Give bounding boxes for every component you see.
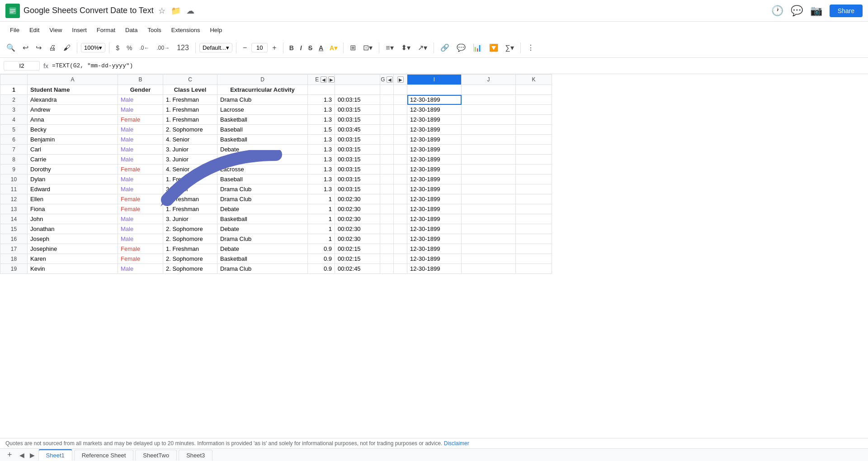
cell-gender-2[interactable]: Male — [118, 95, 163, 105]
cell-g-6[interactable] — [380, 135, 394, 145]
cell-j-4[interactable] — [462, 115, 516, 125]
cell-i-13[interactable]: 12-30-1899 — [407, 204, 462, 214]
cell-k-11[interactable] — [516, 184, 552, 194]
cell-j-16[interactable] — [462, 234, 516, 244]
menu-edit[interactable]: Edit — [25, 25, 44, 35]
cell-j-14[interactable] — [462, 214, 516, 224]
cell-class-2[interactable]: 1. Freshman — [163, 95, 217, 105]
functions-button[interactable]: ∑▾ — [503, 42, 517, 54]
video-icon[interactable]: 📷 — [810, 5, 822, 17]
cell-h-16[interactable] — [394, 234, 407, 244]
cell-h-10[interactable] — [394, 174, 407, 184]
row-num-11[interactable]: 11 — [0, 184, 28, 194]
search-button[interactable]: 🔍 — [4, 42, 18, 54]
cell-f-16[interactable]: 00:02:30 — [335, 234, 380, 244]
cell-e-18[interactable]: 0.9 — [308, 254, 335, 264]
cell-j-9[interactable] — [462, 165, 516, 174]
cell-gender-13[interactable]: Female — [118, 204, 163, 214]
header-student-name[interactable]: Student Name — [28, 85, 118, 95]
cell-h-15[interactable] — [394, 224, 407, 234]
cell-f-10[interactable]: 00:03:15 — [335, 174, 380, 184]
cell-name-13[interactable]: Fiona — [28, 204, 118, 214]
cell-k-13[interactable] — [516, 204, 552, 214]
cell-activity-12[interactable]: Drama Club — [217, 194, 308, 204]
cell-i-11[interactable]: 12-30-1899 — [407, 184, 462, 194]
menu-data[interactable]: Data — [121, 25, 142, 35]
cell-h-2[interactable] — [394, 95, 407, 105]
col-header-d[interactable]: D — [217, 75, 308, 85]
cell-i-9[interactable]: 12-30-1899 — [407, 165, 462, 174]
row-num-5[interactable]: 5 — [0, 125, 28, 135]
row-num-2[interactable]: 2 — [0, 95, 28, 105]
increase-font-button[interactable]: + — [269, 42, 279, 54]
cell-e-17[interactable]: 0.9 — [308, 244, 335, 254]
cell-name-15[interactable]: Jonathan — [28, 224, 118, 234]
cell-f-18[interactable]: 00:02:15 — [335, 254, 380, 264]
col-header-j[interactable]: J — [462, 75, 516, 85]
cell-name-6[interactable]: Benjamin — [28, 135, 118, 145]
col-header-b[interactable]: B — [118, 75, 163, 85]
undo-button[interactable]: ↩ — [20, 42, 31, 54]
increase-decimal-button[interactable]: .00→ — [154, 43, 173, 53]
cell-gender-6[interactable]: Male — [118, 135, 163, 145]
star-icon[interactable]: ☆ — [158, 6, 165, 16]
row-num-14[interactable]: 14 — [0, 214, 28, 224]
cell-class-10[interactable]: 1. Freshman — [163, 174, 217, 184]
comment-icon[interactable]: 💬 — [791, 5, 803, 17]
header-class-level[interactable]: Class Level — [163, 85, 217, 95]
cell-j-12[interactable] — [462, 194, 516, 204]
row-num-9[interactable]: 9 — [0, 165, 28, 174]
cell-gender-11[interactable]: Male — [118, 184, 163, 194]
cell-i-17[interactable]: 12-30-1899 — [407, 244, 462, 254]
header-g[interactable] — [380, 85, 394, 95]
cell-name-3[interactable]: Andrew — [28, 105, 118, 115]
cell-gender-5[interactable]: Male — [118, 125, 163, 135]
history-icon[interactable]: 🕐 — [771, 5, 783, 17]
cell-name-17[interactable]: Josephine — [28, 244, 118, 254]
cell-g-16[interactable] — [380, 234, 394, 244]
cell-class-6[interactable]: 4. Senior — [163, 135, 217, 145]
cell-gender-3[interactable]: Male — [118, 105, 163, 115]
cell-gender-7[interactable]: Male — [118, 145, 163, 155]
menu-view[interactable]: View — [45, 25, 66, 35]
cell-k-3[interactable] — [516, 105, 552, 115]
row-num-15[interactable]: 15 — [0, 224, 28, 234]
chart-button[interactable]: 📊 — [470, 42, 485, 54]
cell-class-9[interactable]: 4. Senior — [163, 165, 217, 174]
cell-class-3[interactable]: 1. Freshman — [163, 105, 217, 115]
cell-gender-12[interactable]: Female — [118, 194, 163, 204]
cell-gender-15[interactable]: Male — [118, 224, 163, 234]
col-header-g[interactable]: G ◀ — [380, 75, 394, 85]
cell-class-16[interactable]: 2. Sophomore — [163, 234, 217, 244]
cell-gender-17[interactable]: Female — [118, 244, 163, 254]
cell-name-10[interactable]: Dylan — [28, 174, 118, 184]
cell-j-8[interactable] — [462, 155, 516, 165]
header-extracurricular[interactable]: Extracurricular Activity — [217, 85, 308, 95]
cell-h-7[interactable] — [394, 145, 407, 155]
cell-gender-9[interactable]: Female — [118, 165, 163, 174]
cell-g-19[interactable] — [380, 264, 394, 274]
tab-nav-right[interactable]: ▶ — [28, 452, 37, 459]
cell-f-2[interactable]: 00:03:15 — [335, 95, 380, 105]
cell-activity-6[interactable]: Basketball — [217, 135, 308, 145]
cell-f-7[interactable]: 00:03:15 — [335, 145, 380, 155]
cell-i-4[interactable]: 12-30-1899 — [407, 115, 462, 125]
percent-button[interactable]: % — [124, 42, 135, 53]
cell-activity-3[interactable]: Lacrosse — [217, 105, 308, 115]
cell-g-3[interactable] — [380, 105, 394, 115]
cell-f-4[interactable]: 00:03:15 — [335, 115, 380, 125]
cell-k-12[interactable] — [516, 194, 552, 204]
cell-gender-8[interactable]: Male — [118, 155, 163, 165]
cloud-icon[interactable]: ☁ — [186, 6, 194, 16]
cell-k-16[interactable] — [516, 234, 552, 244]
cell-i-14[interactable]: 12-30-1899 — [407, 214, 462, 224]
cell-g-12[interactable] — [380, 194, 394, 204]
cell-i-3[interactable]: 12-30-1899 — [407, 105, 462, 115]
cell-h-18[interactable] — [394, 254, 407, 264]
cell-k-18[interactable] — [516, 254, 552, 264]
cell-activity-11[interactable]: Drama Club — [217, 184, 308, 194]
cell-activity-18[interactable]: Basketball — [217, 254, 308, 264]
currency-button[interactable]: $ — [113, 42, 122, 53]
cell-h-3[interactable] — [394, 105, 407, 115]
row-num-12[interactable]: 12 — [0, 194, 28, 204]
